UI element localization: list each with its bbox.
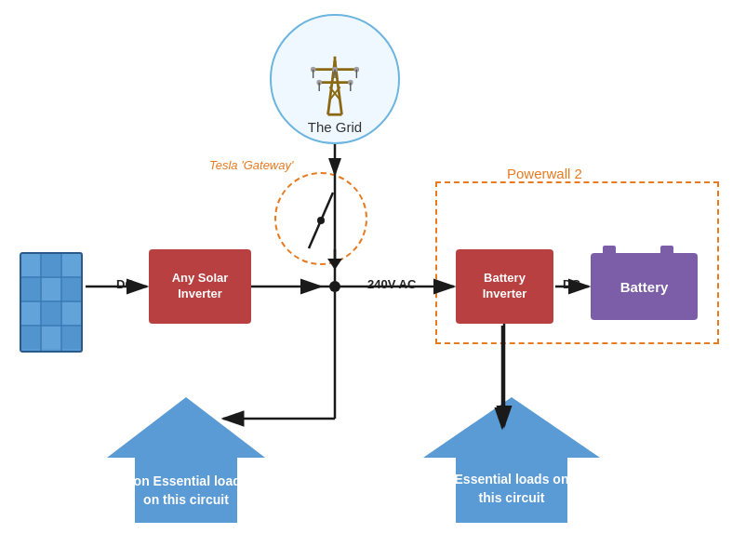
svg-rect-31 xyxy=(42,302,60,325)
battery-inverter-box: Battery Inverter xyxy=(456,249,553,324)
svg-text:Non Essential loads: Non Essential loads xyxy=(124,473,247,488)
battery-terminal-left xyxy=(603,246,616,253)
svg-text:on this circuit: on this circuit xyxy=(143,492,229,507)
svg-rect-34 xyxy=(42,327,60,349)
battery-box: Battery xyxy=(591,253,698,320)
svg-rect-24 xyxy=(21,254,40,276)
svg-rect-26 xyxy=(62,254,81,276)
powerwall-label: Powerwall 2 xyxy=(507,166,582,181)
svg-rect-25 xyxy=(42,254,60,276)
svg-rect-30 xyxy=(21,302,40,325)
tesla-gateway-circle xyxy=(274,172,367,265)
svg-text:Essential loads on: Essential loads on xyxy=(455,472,569,487)
svg-rect-29 xyxy=(62,278,81,300)
solar-inverter-label: Any Solar Inverter xyxy=(172,271,229,302)
grid-label: The Grid xyxy=(308,119,362,135)
tesla-gateway-label: Tesla 'Gateway' xyxy=(209,158,293,172)
grid-circle: The Grid xyxy=(270,14,400,144)
svg-rect-33 xyxy=(21,327,40,349)
battery-label: Battery xyxy=(620,279,669,295)
svg-point-51 xyxy=(329,281,340,292)
battery-inverter-label: Battery Inverter xyxy=(483,271,527,302)
grid-tower-icon xyxy=(307,52,363,117)
house-essential: Essential loads on this circuit xyxy=(419,393,605,527)
diagram: The Grid Tesla 'Gateway' Powerwall 2 xyxy=(0,0,746,560)
dc-label-battery: DC xyxy=(563,277,580,291)
house-non-essential: Non Essential loads on this circuit xyxy=(102,393,270,527)
dc-label-solar: DC xyxy=(116,277,134,291)
ac-240v-label: 240V AC xyxy=(367,277,416,291)
solar-panel-icon xyxy=(19,251,84,353)
svg-rect-35 xyxy=(62,327,81,349)
solar-inverter-box: Any Solar Inverter xyxy=(149,249,251,324)
svg-rect-27 xyxy=(21,278,40,300)
svg-rect-32 xyxy=(62,302,81,325)
svg-text:this circuit: this circuit xyxy=(479,490,545,505)
svg-rect-28 xyxy=(42,278,60,300)
battery-terminal-right xyxy=(660,246,673,253)
